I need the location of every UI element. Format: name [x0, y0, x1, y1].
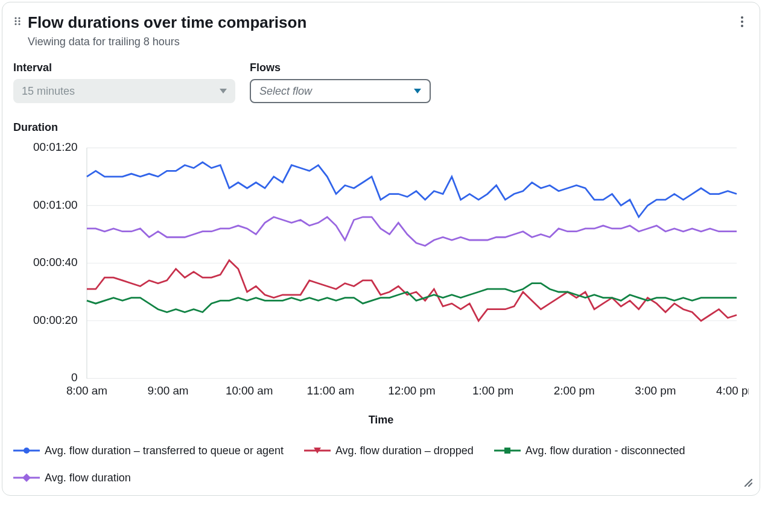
resize-handle-icon[interactable] [743, 477, 752, 489]
legend-item-avg[interactable]: Avg. flow duration [13, 472, 131, 484]
legend-label: Avg. flow duration – transferred to queu… [45, 445, 284, 457]
chart-panel: Flow durations over time comparison View… [2, 2, 760, 496]
svg-text:9:00 am: 9:00 am [148, 384, 189, 397]
svg-text:8:00 am: 8:00 am [66, 384, 107, 397]
panel-header: Flow durations over time comparison View… [13, 13, 749, 48]
svg-point-1 [18, 17, 20, 19]
svg-text:1:00 pm: 1:00 pm [472, 384, 513, 397]
svg-point-5 [18, 23, 20, 25]
chevron-down-icon [220, 89, 227, 93]
legend-label: Avg. flow duration [45, 472, 131, 484]
svg-text:11:00 am: 11:00 am [307, 384, 355, 397]
svg-text:4:00 pm: 4:00 pm [716, 384, 749, 397]
svg-point-29 [24, 448, 30, 454]
legend-label: Avg. flow duration - disconnected [525, 445, 685, 457]
legend-item-disconnected[interactable]: Avg. flow duration - disconnected [494, 445, 685, 457]
svg-line-34 [749, 483, 752, 486]
controls-row: Interval 15 minutes Flows Select flow [13, 62, 749, 103]
svg-text:10:00 am: 10:00 am [226, 384, 273, 397]
panel-title: Flow durations over time comparison [28, 13, 306, 32]
flows-select[interactable]: Select flow [250, 79, 431, 103]
svg-point-3 [18, 20, 20, 22]
overflow-menu-button[interactable] [740, 16, 744, 30]
panel-subtitle: Viewing data for trailing 8 hours [28, 36, 306, 48]
interval-value: 15 minutes [22, 85, 75, 98]
svg-marker-30 [314, 448, 321, 454]
svg-point-0 [14, 17, 16, 19]
svg-text:00:01:00: 00:01:00 [33, 198, 77, 211]
diamond-marker-icon [13, 473, 40, 483]
y-axis-title: Duration [13, 121, 749, 134]
svg-text:00:00:40: 00:00:40 [33, 256, 77, 268]
svg-point-8 [741, 25, 743, 27]
svg-text:00:01:20: 00:01:20 [33, 141, 77, 153]
svg-point-7 [741, 21, 743, 23]
interval-field: Interval 15 minutes [13, 62, 235, 103]
svg-text:0: 0 [71, 372, 77, 384]
chart-area: 000:00:2000:00:4000:01:0000:01:208:00 am… [13, 141, 749, 405]
legend-item-dropped[interactable]: Avg. flow duration – dropped [304, 445, 474, 457]
svg-rect-31 [504, 448, 510, 454]
circle-marker-icon [13, 446, 40, 455]
interval-label: Interval [13, 62, 235, 74]
svg-text:12:00 pm: 12:00 pm [388, 384, 436, 397]
svg-marker-32 [22, 473, 31, 482]
x-axis-title: Time [13, 414, 749, 426]
svg-line-33 [745, 480, 752, 486]
chevron-down-icon [414, 89, 421, 93]
flows-placeholder: Select flow [259, 85, 312, 98]
svg-point-4 [14, 23, 16, 25]
interval-select[interactable]: 15 minutes [13, 79, 235, 103]
drag-handle-icon[interactable] [13, 17, 23, 27]
legend-item-transferred[interactable]: Avg. flow duration – transferred to queu… [13, 445, 284, 457]
svg-text:00:00:20: 00:00:20 [33, 314, 77, 326]
legend: Avg. flow duration – transferred to queu… [13, 445, 749, 484]
svg-text:3:00 pm: 3:00 pm [635, 384, 676, 397]
flows-field: Flows Select flow [250, 62, 431, 103]
triangle-down-marker-icon [304, 446, 331, 455]
svg-point-6 [741, 16, 743, 19]
line-chart: 000:00:2000:00:4000:01:0000:01:208:00 am… [13, 141, 749, 405]
svg-text:2:00 pm: 2:00 pm [554, 384, 595, 397]
svg-point-2 [14, 20, 16, 22]
legend-label: Avg. flow duration – dropped [335, 445, 474, 457]
flows-label: Flows [250, 62, 431, 74]
square-marker-icon [494, 446, 521, 455]
